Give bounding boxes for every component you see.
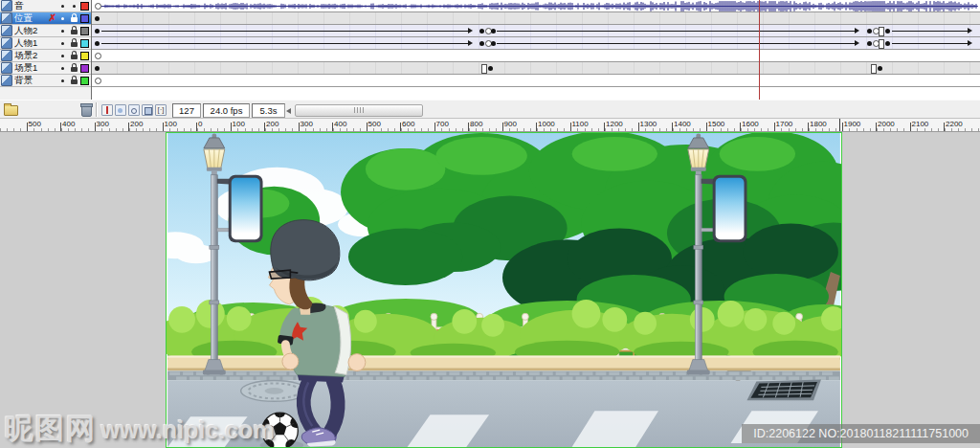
layer-row[interactable]: 位置✗ (0, 12, 91, 25)
timeline-row[interactable] (92, 37, 980, 50)
keyframe-marker[interactable] (95, 41, 100, 46)
timeline-panel: 音位置✗人物2人物1场景2场景1背景 [·] 127 24.0 fps 5.3s… (0, 0, 980, 132)
tween-span[interactable] (101, 43, 471, 44)
layer-row[interactable]: 背景 (0, 75, 91, 87)
center-frame-icon[interactable] (101, 104, 113, 116)
keyframe-marker[interactable] (867, 41, 872, 46)
frame-rate-field[interactable]: 24.0 fps (203, 103, 250, 118)
onion-outlines-icon[interactable] (128, 104, 140, 116)
keyframe-marker[interactable] (488, 66, 493, 71)
delete-layer-icon[interactable] (81, 105, 92, 117)
layer-visibility-dot[interactable] (61, 55, 64, 57)
layer-visibility-dot[interactable] (61, 17, 64, 20)
layer-lock-toggle[interactable] (69, 62, 78, 74)
keyframe-marker[interactable] (491, 41, 496, 46)
elapsed-time-field[interactable]: 5.3s (252, 103, 285, 118)
layer-outline-swatch[interactable] (80, 2, 89, 11)
keyframe-marker[interactable] (878, 66, 882, 71)
tween-span[interactable] (101, 31, 471, 32)
ruler-label: 1100 (572, 120, 589, 128)
lock-icon (71, 55, 78, 59)
ruler-major-tick (740, 123, 741, 131)
layer-panel: 音位置✗人物2人物1场景2场景1背景 (0, 0, 92, 100)
keyframe-marker[interactable] (481, 64, 487, 74)
keyframe-marker[interactable] (479, 29, 484, 34)
timeline-row[interactable] (92, 25, 980, 37)
layer-lock-toggle[interactable] (69, 37, 78, 49)
tween-span[interactable] (892, 43, 970, 44)
toolbar-divider (96, 102, 98, 117)
keyframe-marker[interactable] (871, 64, 877, 74)
tween-span[interactable] (497, 31, 858, 32)
onion-skin-icon[interactable] (115, 104, 126, 116)
layer-name: 人物1 (14, 37, 57, 49)
timeline-row[interactable] (92, 0, 980, 12)
keyframe-marker[interactable] (885, 29, 890, 34)
keyframe-marker[interactable] (95, 29, 100, 34)
timeline-frames-area[interactable] (92, 0, 980, 100)
keyframe-marker[interactable] (879, 39, 884, 49)
layer-outline-swatch[interactable] (80, 64, 89, 73)
timeline-playhead[interactable] (759, 0, 760, 100)
layer-visibility-dot[interactable] (61, 42, 64, 45)
ruler-label: 100 (233, 120, 245, 128)
keyframe-marker[interactable] (885, 41, 890, 46)
ruler-label: 1700 (776, 120, 793, 128)
insert-layer-icon[interactable] (4, 105, 18, 116)
layer-visibility-dot[interactable] (61, 5, 64, 8)
keyframe-marker[interactable] (95, 78, 101, 84)
layer-visibility-dot[interactable] (61, 30, 64, 33)
layer-lock-toggle[interactable] (69, 12, 78, 24)
tween-span[interactable] (892, 31, 970, 32)
ruler-major-tick (910, 123, 911, 131)
keyframe-marker[interactable] (95, 66, 100, 71)
curb-cobbles (167, 370, 840, 380)
rear-hand (348, 354, 366, 371)
ruler-label: 2000 (878, 120, 895, 128)
keyframe-marker[interactable] (95, 16, 100, 21)
current-frame-field[interactable]: 127 (172, 103, 201, 118)
layer-lock-toggle[interactable] (69, 25, 78, 36)
layer-row[interactable]: 场景2 (0, 50, 91, 62)
layer-outline-swatch[interactable] (80, 27, 89, 35)
layer-outline-swatch[interactable] (80, 39, 89, 48)
scroll-left-arrow-icon[interactable] (286, 108, 291, 114)
layer-lock-toggle[interactable] (69, 50, 78, 61)
edit-multiple-frames-icon[interactable] (142, 104, 153, 116)
keyframe-marker[interactable] (95, 53, 101, 59)
layer-row[interactable]: 音 (0, 0, 91, 12)
keyframe-marker[interactable] (867, 29, 872, 34)
keyframe-marker[interactable] (879, 27, 884, 36)
ruler-major-tick (570, 123, 571, 131)
timeline-row[interactable] (92, 75, 980, 87)
layer-outline-swatch[interactable] (80, 77, 89, 85)
keyframe-marker[interactable] (95, 3, 101, 10)
layer-lock-toggle[interactable] (69, 0, 78, 11)
layer-name: 音 (14, 0, 57, 11)
ruler-label: 200 (130, 120, 143, 128)
layer-row[interactable]: 人物1 (0, 37, 91, 50)
timeline-row[interactable] (92, 50, 980, 62)
timeline-row[interactable] (92, 62, 980, 75)
ruler-major-tick (231, 123, 232, 131)
stage[interactable] (166, 132, 842, 448)
tween-span[interactable] (497, 43, 858, 44)
layer-visibility-dot[interactable] (61, 79, 64, 82)
layer-outline-swatch[interactable] (80, 52, 89, 60)
ruler-major-tick (604, 123, 605, 131)
layer-row[interactable]: 场景1 (0, 62, 91, 75)
modify-onion-markers-icon[interactable]: [·] (155, 104, 167, 116)
ruler-label: 1000 (538, 120, 555, 128)
keyframe-marker[interactable] (491, 29, 496, 34)
ruler-major-tick (706, 123, 707, 131)
timeline-row[interactable] (92, 12, 980, 25)
ruler-label: 500 (368, 120, 381, 128)
keyframe-marker[interactable] (479, 41, 484, 46)
ruler-major-tick (264, 123, 265, 131)
layer-visibility-dot[interactable] (61, 67, 64, 70)
timeline-scrollbar-thumb[interactable] (295, 104, 423, 117)
layer-lock-toggle[interactable] (69, 75, 78, 86)
ruler-major-tick (163, 123, 164, 131)
layer-outline-swatch[interactable] (80, 14, 89, 23)
layer-row[interactable]: 人物2 (0, 25, 91, 37)
